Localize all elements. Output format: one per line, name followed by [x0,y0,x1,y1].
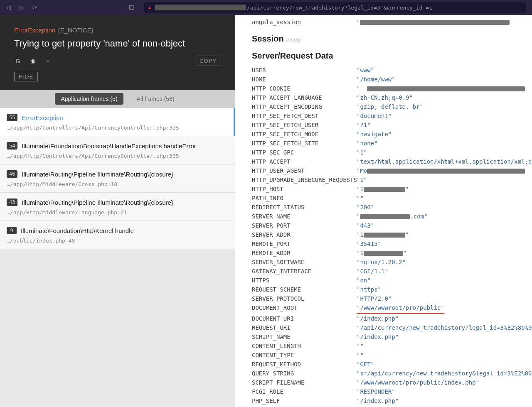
kv-val: "1" [357,248,406,257]
google-icon[interactable]: G [14,57,22,65]
duckduckgo-icon[interactable]: ◉ [29,57,37,65]
kv-val: "GET" [357,360,374,369]
kv-val: "" [357,194,364,203]
kv-row: PHP_SELF"/index.php" [252,396,532,405]
kv-row: HTTP_ACCEPT"text/html,application/xhtml+… [252,157,532,166]
kv-row: HTTP_ACCEPT_ENCODING"gzip, deflate, br" [252,102,532,111]
left-panel: ErrorException (E_NOTICE) Trying to get … [0,15,235,407]
kv-key: DOCUMENT_ROOT [252,303,357,314]
kv-val: "HTTP/2.0" [357,294,392,303]
kv-val: "www" [357,66,374,75]
exception-notice: (E_NOTICE) [58,27,94,34]
frame-number: 43 [7,199,17,206]
kv-key: SCRIPT_NAME [252,332,357,341]
hide-button[interactable]: HIDE [14,72,38,81]
kv-key: HTTP_UPGRADE_INSECURE_REQUESTS [252,175,357,184]
frame-number: 46 [7,170,17,178]
warning-icon: ▲ [147,5,152,10]
exception-message: Trying to get property 'name' of non-obj… [14,38,221,49]
kv-val: "on" [357,276,371,285]
kv-val: "?1" [357,120,371,130]
stackoverflow-icon[interactable]: ≡ [44,57,52,65]
kv-val: "1" [357,148,367,157]
reload-icon[interactable]: ⟳ [31,3,39,12]
frame-item[interactable]: 55ErrorException…/app/Http/Controllers/A… [0,108,235,136]
kv-row: FCGI_ROLE"RESPONDER" [252,387,532,396]
frame-item[interactable]: 46Illuminate\Routing\Pipeline Illuminate… [0,164,235,193]
kv-key: HOME [252,75,357,84]
frame-path: …/app/Http/Middleware/Language.php:21 [7,209,229,216]
kv-key: QUERY_STRING [252,369,357,378]
kv-row: GATEWAY_INTERFACE"CGI/1.1" [252,267,532,276]
frame-title: Illuminate\Routing\Pipeline Illuminate\R… [22,171,173,178]
kv-key: HTTP_SEC_FETCH_MODE [252,130,357,139]
tab-app-frames[interactable]: Application frames (5) [55,93,123,105]
kv-key: HTTP_HOST [252,184,357,194]
frames-list: 55ErrorException…/app/Http/Controllers/A… [0,108,235,407]
kv-val: "text/html,application/xhtml+xml,applica… [357,157,532,166]
kv-row: HTTP_ACCEPT_LANGUAGE"zh-CN,zh;q=0.9" [252,93,532,102]
kv-row: CONTENT_TYPE"" [252,351,532,360]
url-bar[interactable]: ▲ /api/currency/new_tradehistory?legal_i… [144,2,526,13]
kv-val: "/home/www" [357,75,395,84]
frame-number: 0 [7,227,17,234]
kv-key: PATH_INFO [252,194,357,203]
kv-key: GATEWAY_INTERFACE [252,267,357,276]
back-icon[interactable]: ◁ [4,3,12,12]
kv-row: HTTP_SEC_FETCH_MODE"navigate" [252,130,532,139]
kv-key: HTTP_SEC_FETCH_USER [252,120,357,130]
frame-title: ErrorException [22,114,63,121]
kv-row: CONTENT_LENGTH"" [252,341,532,351]
kv-row: SERVER_NAME".com" [252,212,532,221]
kv-val: "35415" [357,239,381,248]
exception-type: ErrorException [14,27,55,34]
kv-row: HTTP_SEC_FETCH_DEST"document" [252,111,532,120]
kv-val: "/index.php" [357,396,399,405]
kv-val: "/api/currency/new_tradehistory?legal_id… [357,323,532,332]
kv-val: "/index.php" [357,314,399,323]
kv-val: "nginx/1.20.2" [357,257,406,267]
kv-key: SERVER_PORT [252,221,357,230]
kv-key: HTTP_ACCEPT_ENCODING [252,102,357,111]
kv-key: REMOTE_PORT [252,239,357,248]
url-host-redacted [155,5,246,10]
forward-icon[interactable]: ▷ [17,3,26,12]
kv-key: SERVER_NAME [252,212,357,221]
kv-row: HOME"/home/www" [252,75,532,84]
right-panel[interactable]: angela_session " Sessionempty Server/Req… [235,15,532,407]
kv-key: REQUEST_URI [252,323,357,332]
kv-key: REMOTE_ADDR [252,248,357,257]
bookmark-icon[interactable]: ☐ [127,3,135,12]
kv-row: DOCUMENT_URI"/index.php" [252,314,532,323]
kv-val: "" [357,351,364,360]
kv-key: HTTPS [252,276,357,285]
kv-key: HTTP_ACCEPT_LANGUAGE [252,93,357,102]
frame-item[interactable]: 43Illuminate\Routing\Pipeline Illuminate… [0,193,235,221]
kv-row: SERVER_PORT"443" [252,221,532,230]
frame-item[interactable]: 54Illuminate\Foundation\Bootstrap\Handle… [0,136,235,164]
kv-key: HTTP_ACCEPT [252,157,357,166]
frame-number: 55 [7,114,17,121]
kv-val: "document" [357,111,392,120]
kv-key: USER [252,66,357,75]
frame-tabs: Application frames (5) All frames (56) [0,90,235,108]
copy-button[interactable]: COPY [195,56,221,66]
kv-row: HTTP_UPGRADE_INSECURE_REQUESTS"1" [252,175,532,184]
kv-key: SERVER_PROTOCOL [252,294,357,303]
frame-path: …/app/Http/Controllers/Api/CurrencyContr… [7,125,227,131]
error-header: ErrorException (E_NOTICE) Trying to get … [0,15,235,90]
kv-key: angela_session [252,17,357,27]
kv-key: REQUEST_METHOD [252,360,357,369]
kv-row: HTTP_USER_AGENT"Mo [252,166,532,175]
frame-item[interactable]: 0Illuminate\Foundation\Http\Kernel handl… [0,221,235,249]
kv-key: SCRIPT_FILENAME [252,378,357,387]
tab-all-frames[interactable]: All frames (56) [131,93,180,105]
kv-val: "CGI/1.1" [357,267,388,276]
kv-key: HTTP_USER_AGENT [252,166,357,175]
kv-val: "/www/wwwroot/pro/public/index.php" [357,378,479,387]
kv-val: "Mo [357,166,525,175]
kv-key: REQUEST_SCHEME [252,285,357,294]
session-header: Sessionempty [252,34,532,44]
kv-key: HTTP_SEC_FETCH_SITE [252,139,357,148]
kv-val: ".com" [357,212,428,221]
